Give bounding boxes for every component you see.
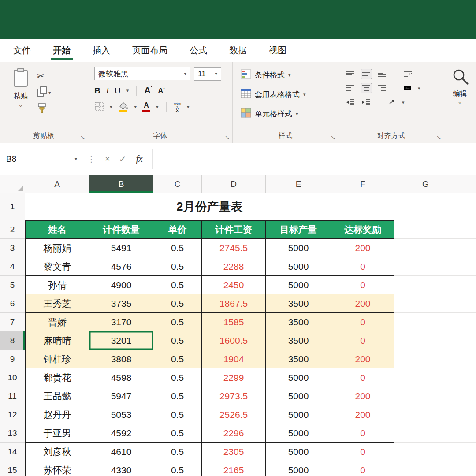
cell-price[interactable]: 0.5 bbox=[153, 387, 202, 405]
cell-qty[interactable]: 4598 bbox=[89, 368, 153, 387]
cell-price[interactable]: 0.5 bbox=[153, 331, 202, 350]
cell-empty[interactable] bbox=[394, 294, 457, 313]
cell-bonus[interactable]: 0 bbox=[331, 313, 394, 331]
table-row[interactable]: 6 王秀芝 3735 0.5 1867.5 3500 200 bbox=[0, 294, 476, 313]
cell-empty[interactable] bbox=[394, 461, 457, 476]
header-qty[interactable]: 计件数量 bbox=[89, 220, 153, 239]
table-row[interactable]: 8 麻晴晴 3201 0.5 1600.5 3500 0 bbox=[0, 331, 476, 350]
cell-price[interactable]: 0.5 bbox=[153, 257, 202, 276]
increase-font-button[interactable]: Aˆ bbox=[144, 86, 152, 96]
clipboard-dialog-launcher-icon[interactable]: ↘ bbox=[80, 134, 85, 141]
table-row[interactable]: 3 杨丽娟 5491 0.5 2745.5 5000 200 bbox=[0, 239, 476, 257]
cell-qty[interactable]: 3808 bbox=[89, 350, 153, 368]
table-row[interactable]: 10 郗贵花 4598 0.5 2299 5000 0 bbox=[0, 368, 476, 387]
paste-dropdown-arrow[interactable]: ⌄ bbox=[19, 101, 23, 108]
cell-target[interactable]: 5000 bbox=[266, 405, 331, 424]
phonetic-guide-button[interactable]: wén 文 bbox=[174, 102, 182, 112]
select-all-corner[interactable] bbox=[0, 175, 25, 193]
borders-dropdown-arrow[interactable]: ▾ bbox=[110, 104, 112, 110]
column-header-f[interactable]: F bbox=[331, 175, 394, 193]
cell-styles-button[interactable]: 单元格样式 ▾ bbox=[241, 104, 338, 123]
table-row[interactable]: 14 刘彦秋 4610 0.5 2305 5000 0 bbox=[0, 443, 476, 461]
fill-color-button[interactable] bbox=[118, 101, 129, 113]
orientation-button[interactable] bbox=[386, 97, 398, 108]
insert-function-icon[interactable]: fx bbox=[136, 153, 142, 164]
column-header-partial[interactable] bbox=[457, 175, 476, 193]
fill-color-dropdown-arrow[interactable]: ▾ bbox=[134, 104, 137, 110]
header-price[interactable]: 单价 bbox=[153, 220, 202, 239]
column-header-a[interactable]: A bbox=[25, 175, 89, 193]
cell-wage[interactable]: 2288 bbox=[202, 257, 266, 276]
name-box[interactable]: B8 ▾ bbox=[6, 150, 82, 168]
cell-empty[interactable] bbox=[457, 257, 476, 276]
font-color-dropdown-arrow[interactable]: ▾ bbox=[156, 104, 159, 110]
tab-formulas[interactable]: 公式 bbox=[190, 39, 207, 62]
row-number[interactable]: 5 bbox=[0, 276, 25, 294]
cell-name[interactable]: 苏怀荣 bbox=[25, 461, 89, 476]
merge-center-button[interactable] bbox=[402, 83, 413, 93]
cell-qty[interactable]: 4592 bbox=[89, 424, 153, 443]
cell-empty[interactable] bbox=[457, 443, 476, 461]
cell-empty[interactable] bbox=[457, 405, 476, 424]
tab-data[interactable]: 数据 bbox=[229, 39, 247, 62]
cell-empty[interactable] bbox=[394, 368, 457, 387]
cell-bonus[interactable]: 0 bbox=[331, 443, 394, 461]
editing-label[interactable]: 编辑 bbox=[453, 89, 467, 98]
wrap-text-button[interactable] bbox=[402, 69, 413, 79]
row-number[interactable]: 11 bbox=[0, 387, 25, 405]
cell-empty[interactable] bbox=[394, 405, 457, 424]
cell-name[interactable]: 赵丹丹 bbox=[25, 405, 89, 424]
tab-insert[interactable]: 插入 bbox=[93, 39, 110, 62]
cell-name[interactable]: 晋娇 bbox=[25, 313, 89, 331]
italic-button[interactable]: I bbox=[106, 86, 109, 96]
cell-name[interactable]: 于亚男 bbox=[25, 424, 89, 443]
cell-empty[interactable] bbox=[394, 424, 457, 443]
font-name-combo[interactable]: 微软雅黑 ▾ bbox=[94, 67, 190, 80]
row-number[interactable]: 13 bbox=[0, 424, 25, 443]
cell-empty[interactable] bbox=[394, 331, 457, 350]
header-name[interactable]: 姓名 bbox=[25, 220, 89, 239]
cell-empty[interactable] bbox=[457, 220, 476, 239]
align-middle-button[interactable] bbox=[361, 69, 372, 79]
cell-qty[interactable]: 4330 bbox=[89, 461, 153, 476]
cell-empty[interactable] bbox=[394, 257, 457, 276]
cell-target[interactable]: 3500 bbox=[266, 331, 331, 350]
cell-wage[interactable]: 2450 bbox=[202, 276, 266, 294]
cell-name[interactable]: 刘彦秋 bbox=[25, 443, 89, 461]
format-as-table-dropdown-arrow[interactable]: ▾ bbox=[303, 92, 306, 97]
cell-qty[interactable]: 5491 bbox=[89, 239, 153, 257]
cell-empty[interactable] bbox=[457, 461, 476, 476]
bold-button[interactable]: B bbox=[94, 86, 100, 96]
cell-qty[interactable]: 5947 bbox=[89, 387, 153, 405]
conditional-formatting-dropdown-arrow[interactable]: ▾ bbox=[288, 72, 291, 78]
magnifier-icon[interactable] bbox=[451, 68, 469, 87]
cell-bonus[interactable]: 200 bbox=[331, 350, 394, 368]
tab-page-layout[interactable]: 页面布局 bbox=[132, 39, 167, 62]
row-number[interactable]: 15 bbox=[0, 461, 25, 476]
cell-target[interactable]: 5000 bbox=[266, 257, 331, 276]
cell-target[interactable]: 5000 bbox=[266, 424, 331, 443]
header-wage[interactable]: 计件工资 bbox=[202, 220, 266, 239]
cell-qty[interactable]: 4900 bbox=[89, 276, 153, 294]
cell-name[interactable]: 麻晴晴 bbox=[25, 331, 89, 350]
cell-target[interactable]: 3500 bbox=[266, 313, 331, 331]
cell-name[interactable]: 王秀芝 bbox=[25, 294, 89, 313]
column-header-g[interactable]: G bbox=[394, 175, 457, 193]
cell-empty[interactable] bbox=[457, 387, 476, 405]
underline-dropdown-arrow[interactable]: ▾ bbox=[126, 88, 129, 93]
cell-wage[interactable]: 2296 bbox=[202, 424, 266, 443]
row-number[interactable]: 14 bbox=[0, 443, 25, 461]
phonetic-dropdown-arrow[interactable]: ▾ bbox=[187, 104, 190, 110]
cell-empty[interactable] bbox=[457, 239, 476, 257]
row-number[interactable]: 9 bbox=[0, 350, 25, 368]
cell-wage[interactable]: 2299 bbox=[202, 368, 266, 387]
table-row[interactable]: 15 苏怀荣 4330 0.5 2165 5000 0 bbox=[0, 461, 476, 476]
cell-qty[interactable]: 3735 bbox=[89, 294, 153, 313]
cell-price[interactable]: 0.5 bbox=[153, 313, 202, 331]
cell-wage[interactable]: 1600.5 bbox=[202, 331, 266, 350]
align-bottom-button[interactable] bbox=[376, 69, 388, 79]
header-bonus[interactable]: 达标奖励 bbox=[331, 220, 394, 239]
table-row[interactable]: 5 孙倩 4900 0.5 2450 5000 0 bbox=[0, 276, 476, 294]
sheet-title[interactable]: 2月份产量表 bbox=[25, 193, 394, 220]
cell-wage[interactable]: 1904 bbox=[202, 350, 266, 368]
